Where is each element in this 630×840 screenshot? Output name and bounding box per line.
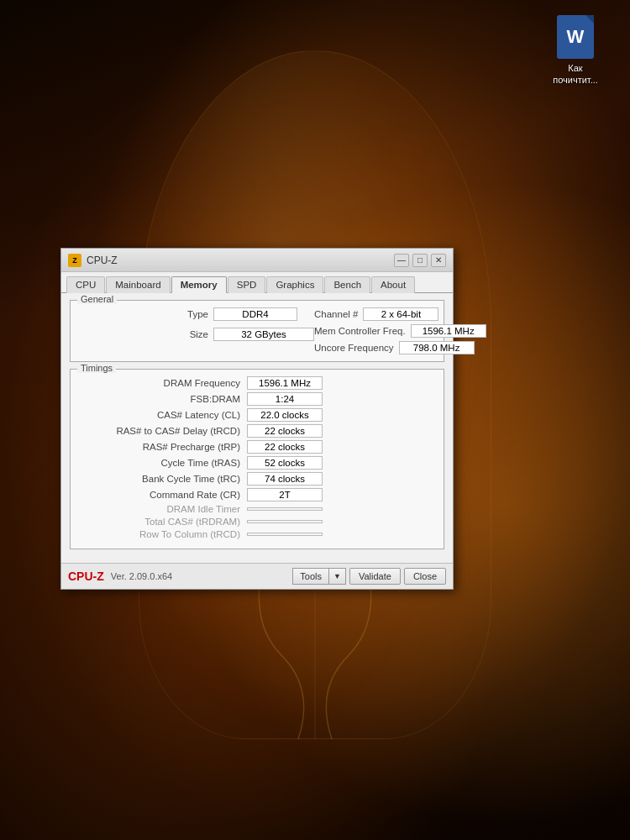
timing-value: 22 clocks bbox=[247, 440, 323, 454]
timing-label: Row To Column (tRCD) bbox=[79, 529, 247, 539]
size-label: Size bbox=[79, 329, 213, 339]
timing-label: Bank Cycle Time (tRC) bbox=[79, 474, 247, 484]
window-title: CPU-Z bbox=[87, 255, 394, 266]
desktop-icon-label: Какпочичтит... bbox=[553, 62, 598, 87]
mem-controller-row: Mem Controller Freq. 1596.1 MHz bbox=[314, 324, 486, 338]
channel-label: Channel # bbox=[314, 309, 358, 319]
title-bar[interactable]: Z CPU-Z — □ ✕ bbox=[61, 249, 453, 272]
close-button[interactable]: Close bbox=[404, 568, 446, 585]
tab-memory[interactable]: Memory bbox=[171, 276, 227, 293]
timings-section-label: Timings bbox=[77, 363, 116, 373]
general-left-col: Type DDR4 Size 32 GBytes bbox=[79, 307, 314, 344]
tabs-bar: CPU Mainboard Memory SPD Graphics Bench … bbox=[61, 272, 453, 293]
word-icon bbox=[557, 15, 594, 59]
timing-label: Total CAS# (tRDRAM) bbox=[79, 517, 247, 527]
timing-row: FSB:DRAM1:24 bbox=[79, 392, 435, 406]
tools-dropdown-button[interactable]: ▼ bbox=[328, 568, 346, 585]
timing-label: RAS# Precharge (tRP) bbox=[79, 442, 247, 452]
timing-value: 1596.1 MHz bbox=[247, 376, 323, 390]
general-right-col: Channel # 2 x 64-bit Mem Controller Freq… bbox=[314, 307, 486, 354]
timing-value: 22.0 clocks bbox=[247, 408, 323, 422]
uncore-freq-label: Uncore Frequency bbox=[314, 343, 394, 353]
timing-row: Cycle Time (tRAS)52 clocks bbox=[79, 456, 435, 470]
timing-label: CAS# Latency (CL) bbox=[79, 410, 247, 420]
timing-label: Command Rate (CR) bbox=[79, 490, 247, 500]
maximize-button[interactable]: □ bbox=[412, 254, 428, 267]
tools-main-button[interactable]: Tools bbox=[292, 568, 328, 585]
general-section: General Type DDR4 Size 32 GBytes bbox=[70, 300, 444, 362]
timing-row: Bank Cycle Time (tRC)74 clocks bbox=[79, 472, 435, 486]
window-controls: — □ ✕ bbox=[394, 254, 446, 267]
type-label: Type bbox=[79, 309, 213, 319]
tab-graphics[interactable]: Graphics bbox=[266, 276, 323, 293]
type-value: DDR4 bbox=[213, 307, 297, 321]
close-window-button[interactable]: ✕ bbox=[431, 254, 446, 267]
type-row: Type DDR4 bbox=[79, 307, 314, 321]
tools-button-group[interactable]: Tools ▼ bbox=[292, 568, 346, 585]
timing-row: RAS# to CAS# Delay (tRCD)22 clocks bbox=[79, 424, 435, 438]
timing-label: RAS# to CAS# Delay (tRCD) bbox=[79, 426, 247, 436]
channel-row: Channel # 2 x 64-bit bbox=[314, 307, 486, 321]
timing-value: 22 clocks bbox=[247, 424, 323, 438]
timing-value bbox=[247, 507, 323, 511]
size-row: Size 32 GBytes bbox=[79, 328, 314, 341]
cpuz-window: Z CPU-Z — □ ✕ CPU Mainboard Memory SPD G… bbox=[60, 248, 454, 590]
timings-list: DRAM Frequency1596.1 MHzFSB:DRAM1:24CAS#… bbox=[79, 376, 435, 539]
general-info-row: Type DDR4 Size 32 GBytes Channel # 2 x 6… bbox=[79, 307, 435, 354]
footer: CPU-Z Ver. 2.09.0.x64 Tools ▼ Validate C… bbox=[61, 563, 453, 589]
tab-spd[interactable]: SPD bbox=[228, 276, 266, 293]
footer-version: Ver. 2.09.0.x64 bbox=[111, 571, 290, 581]
minimize-button[interactable]: — bbox=[394, 254, 409, 267]
timing-row: Row To Column (tRCD) bbox=[79, 529, 435, 539]
tab-content-memory: General Type DDR4 Size 32 GBytes bbox=[61, 293, 453, 563]
timing-label: FSB:DRAM bbox=[79, 394, 247, 404]
timing-row: Total CAS# (tRDRAM) bbox=[79, 517, 435, 527]
mem-controller-value: 1596.1 MHz bbox=[411, 324, 486, 338]
tab-mainboard[interactable]: Mainboard bbox=[106, 276, 170, 293]
timing-value: 52 clocks bbox=[247, 456, 323, 470]
mem-controller-label: Mem Controller Freq. bbox=[314, 326, 406, 336]
doc-fold bbox=[585, 15, 594, 24]
timing-label: DRAM Frequency bbox=[79, 378, 247, 388]
size-value: 32 GBytes bbox=[213, 328, 314, 341]
timing-value bbox=[247, 520, 323, 523]
timing-row: DRAM Frequency1596.1 MHz bbox=[79, 376, 435, 390]
uncore-freq-value: 798.0 MHz bbox=[399, 341, 475, 354]
channel-value: 2 x 64-bit bbox=[363, 307, 438, 321]
cpuz-app-icon: Z bbox=[68, 254, 81, 267]
timing-row: CAS# Latency (CL)22.0 clocks bbox=[79, 408, 435, 422]
tab-cpu[interactable]: CPU bbox=[66, 276, 105, 293]
tab-bench[interactable]: Bench bbox=[324, 276, 370, 293]
timing-row: Command Rate (CR)2T bbox=[79, 488, 435, 501]
timings-section: Timings DRAM Frequency1596.1 MHzFSB:DRAM… bbox=[70, 369, 444, 549]
timing-value: 2T bbox=[247, 488, 323, 501]
timing-label: DRAM Idle Timer bbox=[79, 504, 247, 514]
timing-label: Cycle Time (tRAS) bbox=[79, 458, 247, 468]
tab-about[interactable]: About bbox=[371, 276, 415, 293]
validate-button[interactable]: Validate bbox=[349, 568, 401, 585]
timing-row: DRAM Idle Timer bbox=[79, 504, 435, 514]
timing-value: 74 clocks bbox=[247, 472, 323, 486]
general-section-label: General bbox=[77, 294, 117, 304]
timing-value bbox=[247, 533, 323, 536]
uncore-freq-row: Uncore Frequency 798.0 MHz bbox=[314, 341, 486, 354]
desktop-file-icon[interactable]: Какпочичтит... bbox=[546, 15, 605, 87]
timing-row: RAS# Precharge (tRP)22 clocks bbox=[79, 440, 435, 454]
timing-value: 1:24 bbox=[247, 392, 323, 406]
footer-logo: CPU-Z bbox=[68, 570, 104, 583]
